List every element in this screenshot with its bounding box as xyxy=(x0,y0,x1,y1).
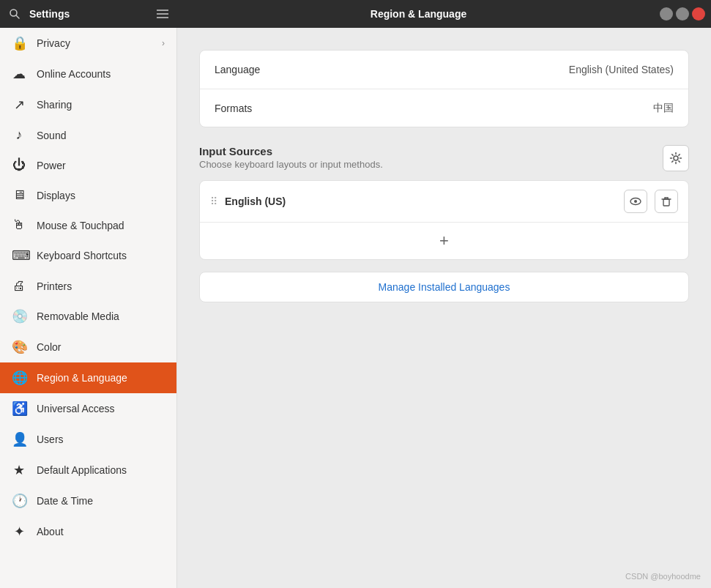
sidebar-item-label: Online Accounts xyxy=(37,68,165,80)
input-source-name-bold: English xyxy=(225,196,262,207)
input-sources-header: Input Sources Choose keyboard layouts or… xyxy=(199,145,689,171)
language-formats-card: Language English (United States) Formats… xyxy=(199,50,689,127)
sidebar-item-label: Printers xyxy=(37,280,165,292)
titlebar-center: Region & Language xyxy=(177,8,660,20)
eye-icon xyxy=(630,196,641,207)
sidebar-item-label: Privacy xyxy=(37,37,152,49)
sidebar-item-users[interactable]: 👤 Users xyxy=(0,424,176,455)
sidebar-item-online-accounts[interactable]: ☁ Online Accounts xyxy=(0,59,176,89)
power-icon: ⏻ xyxy=(12,157,26,173)
sidebar-item-keyboard-shortcuts[interactable]: ⌨ Keyboard Shortcuts xyxy=(0,240,176,271)
app-name: Settings xyxy=(29,8,70,20)
main-layout: 🔒 Privacy › ☁ Online Accounts ↗ Sharing … xyxy=(0,28,711,588)
preview-input-source-button[interactable] xyxy=(624,190,647,213)
sidebar-item-mouse-touchpad[interactable]: 🖱 Mouse & Touchpad xyxy=(0,210,176,240)
language-value: English (United States) xyxy=(569,64,674,75)
add-input-source-row: + xyxy=(200,223,688,259)
star-icon: ★ xyxy=(12,462,26,478)
sidebar-item-region-language[interactable]: 🌐 Region & Language xyxy=(0,362,176,393)
remove-input-source-button[interactable] xyxy=(655,190,678,213)
sidebar-item-universal-access[interactable]: ♿ Universal Access xyxy=(0,393,176,424)
trash-icon xyxy=(660,196,672,207)
sidebar-item-label: Sharing xyxy=(37,99,165,111)
printer-icon: 🖨 xyxy=(12,278,26,294)
info-icon: ✦ xyxy=(12,524,26,540)
drag-handle-icon: ⠿ xyxy=(210,196,217,207)
svg-point-7 xyxy=(634,200,637,203)
input-source-name-rest: (US) xyxy=(262,196,286,207)
language-label: Language xyxy=(215,64,569,75)
sidebar-item-power[interactable]: ⏻ Power xyxy=(0,150,176,180)
cloud-icon: ☁ xyxy=(12,66,26,82)
sidebar-item-privacy[interactable]: 🔒 Privacy › xyxy=(0,28,176,59)
hamburger-icon xyxy=(157,9,168,19)
svg-rect-8 xyxy=(663,199,669,206)
sidebar-item-label: Users xyxy=(37,433,165,445)
sidebar-item-label: Default Applications xyxy=(37,464,165,476)
input-sources-subtitle: Choose keyboard layouts or input methods… xyxy=(199,159,663,170)
sidebar: 🔒 Privacy › ☁ Online Accounts ↗ Sharing … xyxy=(0,28,177,588)
sidebar-item-sound[interactable]: ♪ Sound xyxy=(0,120,176,150)
sidebar-item-removable-media[interactable]: 💿 Removable Media xyxy=(0,301,176,332)
sidebar-item-label: Removable Media xyxy=(37,310,165,322)
clock-icon: 🕐 xyxy=(12,493,26,509)
sidebar-item-label: Sound xyxy=(37,130,165,141)
hamburger-button[interactable] xyxy=(154,6,171,22)
minimize-button[interactable]: − xyxy=(660,7,673,21)
sidebar-item-printers[interactable]: 🖨 Printers xyxy=(0,271,176,301)
main-content: Language English (United States) Formats… xyxy=(177,28,711,588)
mouse-icon: 🖱 xyxy=(12,217,26,233)
accessibility-icon: ♿ xyxy=(12,401,26,417)
language-row[interactable]: Language English (United States) xyxy=(200,51,688,89)
add-input-source-button[interactable]: + xyxy=(439,233,449,249)
lock-icon: 🔒 xyxy=(12,35,26,51)
titlebar: Settings Region & Language − □ ✕ xyxy=(0,0,711,28)
manage-languages-button[interactable]: Manage Installed Languages xyxy=(199,272,689,302)
svg-line-1 xyxy=(16,15,19,18)
input-sources-card: ⠿ English (US) xyxy=(199,180,689,260)
color-icon: 🎨 xyxy=(12,339,26,355)
sidebar-item-label: Universal Access xyxy=(37,403,165,414)
close-button[interactable]: ✕ xyxy=(692,7,705,21)
sidebar-item-default-applications[interactable]: ★ Default Applications xyxy=(0,455,176,485)
sidebar-item-label: About xyxy=(37,526,165,537)
sidebar-item-sharing[interactable]: ↗ Sharing xyxy=(0,89,176,120)
sidebar-item-label: Displays xyxy=(37,190,165,201)
sidebar-item-label: Mouse & Touchpad xyxy=(37,220,165,231)
globe-icon: 🌐 xyxy=(12,370,26,386)
displays-icon: 🖥 xyxy=(12,187,26,203)
gear-icon xyxy=(669,152,682,165)
search-button[interactable] xyxy=(6,5,23,23)
watermark: CSDN @boyhoodme xyxy=(625,572,701,581)
sidebar-item-label: Color xyxy=(37,341,165,353)
formats-label: Formats xyxy=(215,103,653,114)
input-source-row: ⠿ English (US) xyxy=(200,181,688,223)
sidebar-item-label: Keyboard Shortcuts xyxy=(37,250,165,261)
sidebar-item-displays[interactable]: 🖥 Displays xyxy=(0,180,176,210)
input-source-name: English (US) xyxy=(225,196,617,207)
formats-value: 中国 xyxy=(653,102,674,115)
window-controls: − □ ✕ xyxy=(660,7,711,21)
sidebar-item-color[interactable]: 🎨 Color xyxy=(0,332,176,362)
user-icon: 👤 xyxy=(12,431,26,447)
chevron-right-icon: › xyxy=(162,38,165,48)
maximize-button[interactable]: □ xyxy=(676,7,689,21)
share-icon: ↗ xyxy=(12,97,26,113)
input-sources-title: Input Sources xyxy=(199,145,663,157)
keyboard-icon: ⌨ xyxy=(12,248,26,264)
search-icon xyxy=(9,8,21,20)
page-title: Region & Language xyxy=(371,8,466,20)
titlebar-left: Settings xyxy=(0,5,177,23)
sound-icon: ♪ xyxy=(12,127,26,143)
section-header-text: Input Sources Choose keyboard layouts or… xyxy=(199,145,663,170)
sidebar-item-label: Region & Language xyxy=(37,372,165,384)
input-sources-settings-button[interactable] xyxy=(663,145,689,171)
sidebar-item-about[interactable]: ✦ About xyxy=(0,516,176,547)
formats-row[interactable]: Formats 中国 xyxy=(200,89,688,127)
media-icon: 💿 xyxy=(12,308,26,324)
sidebar-item-date-time[interactable]: 🕐 Date & Time xyxy=(0,485,176,516)
sidebar-item-label: Power xyxy=(37,160,165,171)
sidebar-item-label: Date & Time xyxy=(37,495,165,507)
svg-point-5 xyxy=(674,156,678,160)
